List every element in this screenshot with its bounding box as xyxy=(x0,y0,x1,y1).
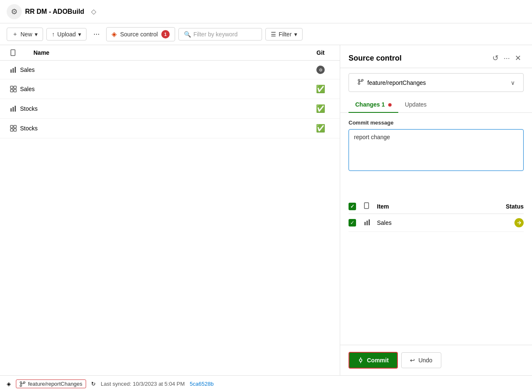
svg-point-25 xyxy=(20,382,22,383)
commit-icon xyxy=(358,357,364,363)
status-dot-icon: ⚙ xyxy=(316,66,325,74)
filter-icon: ☰ xyxy=(271,31,276,38)
change-row[interactable]: ✓ Sales xyxy=(349,214,524,232)
check-circle-icon: ✅ xyxy=(316,84,325,94)
commit-message-label: Commit message xyxy=(349,120,524,126)
svg-rect-18 xyxy=(364,203,369,209)
checkbox-row[interactable]: ✓ xyxy=(349,219,356,227)
svg-rect-1 xyxy=(10,69,12,73)
grid-icon xyxy=(7,85,20,93)
col-name-header: Name xyxy=(33,49,308,56)
new-button[interactable]: ＋ New ▾ xyxy=(7,28,43,41)
col-git-header: Git xyxy=(308,49,333,56)
changes-header: ✓ Item Status xyxy=(349,199,524,214)
table-row[interactable]: Stocks ✅ xyxy=(0,119,340,138)
changes-list: ✓ Item Status ✓ xyxy=(340,199,532,272)
plus-icon: ＋ xyxy=(12,31,18,38)
more-button[interactable]: ··· xyxy=(90,28,103,40)
status-bar: ◈ feature/reportChanges ↻ Last synced: 1… xyxy=(0,375,532,392)
file-list: Name Git Sales ⚙ xyxy=(0,45,340,375)
tab-changes[interactable]: Changes 1 xyxy=(349,97,398,113)
svg-rect-10 xyxy=(15,106,16,112)
spacer xyxy=(340,272,532,345)
commit-message-input[interactable]: report change xyxy=(349,129,524,171)
branch-status[interactable]: feature/reportChanges xyxy=(16,379,86,388)
change-item-name: Sales xyxy=(377,219,490,226)
commit-hash: 5ca6528b xyxy=(190,381,214,387)
change-item-icon xyxy=(364,219,377,227)
svg-rect-0 xyxy=(11,50,15,56)
change-status-icon xyxy=(490,218,524,227)
sync-icon: ↻ xyxy=(91,381,96,387)
search-bar[interactable]: 🔍 Filter by keyword xyxy=(178,28,262,41)
search-icon: 🔍 xyxy=(184,31,191,38)
svg-rect-3 xyxy=(15,67,16,73)
source-control-icon: ◈ xyxy=(112,30,117,38)
top-bar: ⚙ RR DM - ADOBuild ◇ xyxy=(0,0,532,23)
file-name: Sales xyxy=(20,66,308,73)
header-file-icon xyxy=(7,49,20,56)
branch-name: feature/reportChanges xyxy=(367,79,507,86)
chevron-down-icon: ∨ xyxy=(511,79,515,86)
svg-rect-19 xyxy=(364,222,366,225)
svg-rect-7 xyxy=(14,89,16,92)
refresh-button[interactable]: ↺ xyxy=(490,52,501,64)
svg-rect-14 xyxy=(14,129,16,131)
svg-point-27 xyxy=(20,385,22,387)
col-status-header: Status xyxy=(490,203,524,210)
table-row[interactable]: Sales ✅ xyxy=(0,79,340,99)
file-status-check: ✅ xyxy=(308,104,333,113)
tabs: Changes 1 Updates xyxy=(340,97,532,113)
file-status: ⚙ xyxy=(308,66,333,74)
changes-badge xyxy=(388,103,392,107)
checkbox-all[interactable]: ✓ xyxy=(349,203,356,210)
col-item-header: Item xyxy=(377,203,490,210)
svg-point-15 xyxy=(358,79,360,81)
panel-more-button[interactable]: ··· xyxy=(501,52,512,64)
main-layout: Name Git Sales ⚙ xyxy=(0,45,532,375)
svg-point-17 xyxy=(358,83,360,84)
svg-rect-21 xyxy=(369,219,370,225)
svg-point-16 xyxy=(361,79,363,81)
app-icon: ⚙ xyxy=(7,4,22,19)
svg-rect-12 xyxy=(14,125,16,128)
svg-rect-13 xyxy=(10,129,13,131)
modified-icon xyxy=(514,218,524,227)
check-all[interactable]: ✓ xyxy=(349,203,364,210)
source-control-button[interactable]: ◈ Source control 1 xyxy=(106,27,175,41)
tab-updates[interactable]: Updates xyxy=(398,97,433,113)
table-row[interactable]: Sales ⚙ xyxy=(0,61,340,79)
table-row[interactable]: Stocks ✅ xyxy=(0,99,340,119)
diamond-icon: ◇ xyxy=(91,8,96,15)
commit-button[interactable]: Commit xyxy=(349,352,398,369)
toolbar: ＋ New ▾ ↑ Upload ▾ ··· ◈ Source control … xyxy=(0,23,532,45)
filter-button[interactable]: ☰ Filter ▾ xyxy=(265,28,303,41)
svg-rect-2 xyxy=(13,68,14,73)
svg-rect-4 xyxy=(10,86,13,89)
file-name: Sales xyxy=(20,86,308,92)
file-status-check: ✅ xyxy=(308,84,333,94)
chart-icon-2 xyxy=(7,105,20,112)
svg-point-22 xyxy=(359,359,362,361)
file-name: Stocks xyxy=(20,105,308,112)
check-circle-icon: ✅ xyxy=(316,104,325,113)
close-button[interactable]: ✕ xyxy=(512,52,524,64)
sync-info: Last synced: 10/3/2023 at 5:04 PM xyxy=(101,381,185,387)
svg-rect-5 xyxy=(14,86,16,89)
source-panel-title: Source control xyxy=(349,54,490,63)
commit-section: Commit message report change xyxy=(340,113,532,199)
branch-selector[interactable]: feature/reportChanges ∨ xyxy=(349,73,524,92)
svg-rect-6 xyxy=(10,89,13,92)
svg-rect-11 xyxy=(10,125,13,128)
file-list-header: Name Git xyxy=(0,45,340,61)
upload-button[interactable]: ↑ Upload ▾ xyxy=(46,28,87,41)
file-status-check: ✅ xyxy=(308,124,333,133)
header-icon-col xyxy=(364,202,377,210)
action-buttons: Commit ↩ Undo xyxy=(340,345,532,375)
undo-button[interactable]: ↩ Undo xyxy=(401,352,441,368)
source-control-badge: 1 xyxy=(161,30,170,38)
chevron-down-icon-upload: ▾ xyxy=(78,31,81,38)
chart-icon xyxy=(7,66,20,74)
branch-icon xyxy=(357,79,364,87)
row-checkbox[interactable]: ✓ xyxy=(349,219,364,227)
